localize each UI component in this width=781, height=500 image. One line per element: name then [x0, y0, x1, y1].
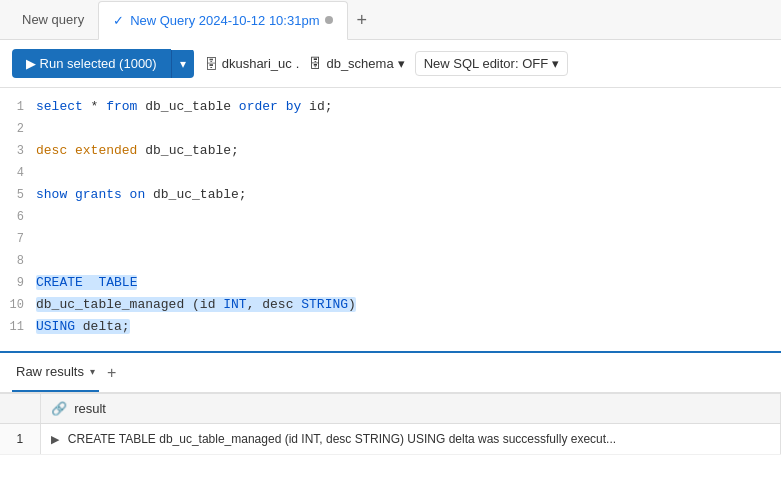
line-content-4 [36, 162, 781, 184]
sql-editor[interactable]: 1 select * from db_uc_table order by id;… [0, 88, 781, 353]
schema-chevron-icon: ▾ [398, 56, 405, 71]
schema-icon: 🗄 [309, 56, 322, 71]
line-content-3: desc extended db_uc_table; [36, 140, 781, 162]
raw-results-tab[interactable]: Raw results ▾ [12, 353, 99, 392]
schema-name: db_schema [326, 56, 393, 71]
line-number-6: 6 [0, 206, 36, 228]
line-number-11: 11 [0, 316, 36, 338]
result-cell-text-1: CREATE TABLE db_uc_table_managed (id INT… [68, 432, 616, 446]
editor-line-10: 10 db_uc_table_managed (id INT, desc STR… [0, 294, 781, 316]
editor-line-6: 6 [0, 206, 781, 228]
result-column-header: 🔗 result [40, 394, 781, 424]
line-number-10: 10 [0, 294, 36, 316]
editor-line-4: 4 [0, 162, 781, 184]
line-number-9: 9 [0, 272, 36, 294]
tab-new-query-label: New query [22, 12, 84, 27]
line-content-1: select * from db_uc_table order by id; [36, 96, 781, 118]
catalog-selector[interactable]: 🗄 dkushari_uc . [204, 56, 300, 72]
editor-line-7: 7 [0, 228, 781, 250]
results-table-container: 🔗 result 1 ▶ CREATE TABLE db_uc_table_ma… [0, 393, 781, 455]
line-content-10: db_uc_table_managed (id INT, desc STRING… [36, 294, 781, 316]
sql-editor-chevron-icon: ▾ [552, 56, 559, 71]
catalog-icon: 🗄 [204, 56, 218, 72]
editor-line-9: 9 CREATE TABLE [0, 272, 781, 294]
result-column-icon: 🔗 [51, 401, 67, 416]
results-header-row: 🔗 result [0, 394, 781, 424]
tab-bar: New query ✓ New Query 2024-10-12 10:31pm… [0, 0, 781, 40]
line-content-2 [36, 118, 781, 140]
new-tab-button[interactable]: + [348, 7, 375, 33]
sql-editor-label: New SQL editor: OFF [424, 56, 549, 71]
catalog-name: dkushari_uc [222, 56, 292, 71]
results-bar: Raw results ▾ + [0, 353, 781, 393]
editor-line-11: 11 USING delta; [0, 316, 781, 338]
line-number-7: 7 [0, 228, 36, 250]
line-number-2: 2 [0, 118, 36, 140]
line-content-5: show grants on db_uc_table; [36, 184, 781, 206]
tab-active-query[interactable]: ✓ New Query 2024-10-12 10:31pm [98, 1, 348, 40]
row-number-header [0, 394, 40, 424]
schema-selector[interactable]: 🗄 db_schema ▾ [309, 56, 404, 71]
editor-line-8: 8 [0, 250, 781, 272]
row-number-1: 1 [0, 424, 40, 455]
run-selected-button[interactable]: ▶ Run selected (1000) [12, 49, 171, 78]
run-dropdown-button[interactable]: ▾ [171, 50, 194, 78]
tab-new-query[interactable]: New query [8, 0, 98, 39]
result-cell-1: ▶ CREATE TABLE db_uc_table_managed (id I… [40, 424, 781, 455]
expand-row-icon[interactable]: ▶ [51, 433, 59, 445]
line-number-8: 8 [0, 250, 36, 272]
line-number-4: 4 [0, 162, 36, 184]
line-number-3: 3 [0, 140, 36, 162]
sql-editor-toggle[interactable]: New SQL editor: OFF ▾ [415, 51, 569, 76]
raw-results-chevron-icon: ▾ [90, 366, 95, 377]
line-number-5: 5 [0, 184, 36, 206]
results-table: 🔗 result 1 ▶ CREATE TABLE db_uc_table_ma… [0, 394, 781, 455]
add-results-tab-button[interactable]: + [107, 364, 116, 382]
editor-line-1: 1 select * from db_uc_table order by id; [0, 96, 781, 118]
table-row: 1 ▶ CREATE TABLE db_uc_table_managed (id… [0, 424, 781, 455]
line-number-1: 1 [0, 96, 36, 118]
tab-active-label: New Query 2024-10-12 10:31pm [130, 13, 319, 28]
raw-results-label: Raw results [16, 364, 84, 379]
editor-line-5: 5 show grants on db_uc_table; [0, 184, 781, 206]
editor-line-3: 3 desc extended db_uc_table; [0, 140, 781, 162]
line-content-9: CREATE TABLE [36, 272, 781, 294]
line-content-11: USING delta; [36, 316, 781, 338]
tab-dot-icon [325, 16, 333, 24]
run-button-group: ▶ Run selected (1000) ▾ [12, 49, 194, 78]
toolbar: ▶ Run selected (1000) ▾ 🗄 dkushari_uc . … [0, 40, 781, 88]
tab-check-icon: ✓ [113, 13, 124, 28]
catalog-dot-separator: . [296, 56, 300, 71]
line-content-7 [36, 228, 781, 250]
line-content-8 [36, 250, 781, 272]
result-column-label: result [74, 401, 106, 416]
line-content-6 [36, 206, 781, 228]
editor-line-2: 2 [0, 118, 781, 140]
